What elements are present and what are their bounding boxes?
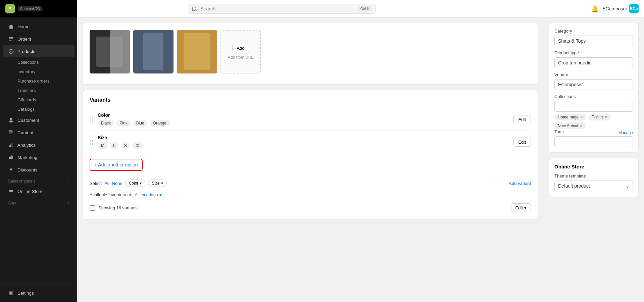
collections-label: Collections	[554, 94, 633, 99]
sidebar-item-marketing[interactable]: Marketing	[3, 151, 75, 163]
size-edit-button[interactable]: Edit	[513, 138, 531, 147]
theme-template-label: Theme template	[554, 173, 633, 179]
sidebar-item-gift-cards[interactable]: Gift cards	[17, 95, 75, 104]
showing-variants-text: Showing 16 variants	[98, 205, 508, 210]
analytics-icon	[8, 142, 14, 148]
category-label: Category	[554, 29, 633, 34]
size-drag-handle-icon[interactable]: ⣿	[90, 139, 94, 145]
svg-rect-15	[96, 37, 123, 67]
sidebar-item-orders-label: Orders	[17, 37, 31, 42]
remove-newarrival-tag-button[interactable]: ×	[580, 123, 583, 128]
tag-orange: Orange	[150, 120, 170, 127]
sidebar-item-content[interactable]: Content	[3, 127, 75, 139]
svg-rect-6	[9, 133, 13, 133]
user-menu-button[interactable]: EComposer ECo	[602, 4, 639, 13]
svg-rect-17	[143, 33, 163, 70]
add-from-url-label: Add from URL	[228, 55, 253, 60]
online-store-icon	[8, 188, 14, 194]
tags-label: Tags	[554, 129, 563, 134]
tags-header: Tags Manage	[554, 129, 633, 136]
product-image-1[interactable]	[90, 30, 130, 73]
theme-template-select[interactable]: Default product Alternative product Feat…	[554, 181, 633, 191]
svg-rect-10	[12, 143, 12, 147]
right-panel: Category Product type Vendor Collections…	[543, 17, 644, 302]
sidebar-item-home[interactable]: Home	[3, 20, 75, 33]
svg-rect-19	[184, 33, 210, 70]
remove-tshirt-tag-button[interactable]: ×	[605, 115, 607, 119]
showing-bar: Showing 16 variants Edit ▾	[90, 199, 531, 212]
size-variant-name: Size	[98, 135, 509, 140]
color-variant-tags: Black Pink Blue Orange	[98, 120, 509, 127]
add-option-label: + Add another option	[94, 162, 138, 167]
color-drag-handle-icon[interactable]: ⣿	[90, 116, 94, 123]
svg-point-12	[12, 193, 12, 194]
add-image-box[interactable]: Add Add from URL	[220, 30, 261, 73]
sidebar-item-customers[interactable]: Customers	[3, 114, 75, 126]
product-type-input[interactable]	[554, 57, 633, 68]
size-filter-dropdown[interactable]: Size ▾	[148, 180, 166, 187]
sales-channels-chevron-icon: ›	[68, 180, 69, 183]
add-image-button[interactable]: Add	[232, 44, 249, 52]
product-image-3[interactable]	[177, 30, 217, 73]
variants-title: Variants	[90, 97, 531, 103]
notifications-button[interactable]: 🔔	[591, 5, 598, 12]
sidebar-item-products[interactable]: Products	[3, 45, 75, 57]
tag-l: L	[110, 142, 119, 149]
select-none-link[interactable]: None	[112, 181, 122, 186]
all-locations-link[interactable]: All locations ▾	[135, 192, 161, 197]
orders-icon	[8, 36, 14, 42]
tags-input[interactable]	[554, 136, 633, 147]
size-variant-info: Size M L S XL	[98, 135, 509, 149]
color-edit-button[interactable]: Edit	[513, 115, 531, 124]
sidebar-footer: Settings	[0, 284, 77, 302]
search-input[interactable]	[200, 6, 356, 11]
products-icon	[8, 48, 14, 54]
color-filter-chevron-icon: ▾	[140, 181, 142, 186]
size-variant-row: ⣿ Size M L S XL Edit	[90, 131, 531, 153]
product-image-2[interactable]	[133, 30, 174, 73]
customers-icon	[8, 117, 14, 123]
sidebar-item-online-store[interactable]: Online Store	[3, 185, 75, 197]
vendor-input[interactable]	[554, 79, 633, 90]
images-row: Add Add from URL	[90, 30, 531, 73]
sidebar-item-catalogs[interactable]: Catalogs	[17, 105, 75, 114]
add-variant-button[interactable]: Add variant	[509, 181, 531, 186]
manage-tags-link[interactable]: Manage	[618, 131, 633, 135]
add-another-option-button[interactable]: + Add another option	[90, 159, 143, 171]
category-input[interactable]	[554, 36, 633, 46]
tag-s: S	[121, 142, 130, 149]
collection-tag-newarrival: New Arrival ×	[554, 122, 586, 129]
select-bar: Select All None Color ▾ Size ▾ Add varia…	[90, 176, 531, 190]
select-all-link[interactable]: All	[104, 181, 109, 186]
sidebar-item-purchase-orders[interactable]: Purchase orders	[17, 77, 75, 86]
product-type-label: Product type	[554, 50, 633, 55]
tag-blue: Blue	[133, 120, 148, 127]
bulk-edit-dropdown-button[interactable]: Edit ▾	[511, 203, 531, 212]
sidebar-item-orders[interactable]: Orders	[3, 33, 75, 45]
sidebar-item-content-label: Content	[17, 130, 33, 135]
sidebar-item-collections[interactable]: Collections	[17, 58, 75, 67]
svg-rect-2	[9, 40, 11, 40]
sidebar-item-discounts[interactable]: Discounts	[3, 164, 75, 176]
svg-rect-9	[10, 144, 11, 147]
user-avatar: ECo	[629, 4, 639, 13]
collections-input[interactable]	[554, 101, 633, 112]
remove-homepage-tag-button[interactable]: ×	[580, 115, 583, 119]
svg-point-11	[10, 193, 11, 194]
sidebar: S Summer '23 Home Orders Products Co	[0, 0, 77, 302]
sidebar-item-transfers[interactable]: Transfers	[17, 86, 75, 95]
sidebar-item-settings[interactable]: Settings	[3, 287, 75, 299]
sidebar-item-customers-label: Customers	[17, 118, 39, 123]
inventory-bar: Available inventory at: All locations ▾	[90, 190, 531, 199]
sidebar-item-analytics[interactable]: Analytics	[3, 139, 75, 151]
sidebar-header: S Summer '23	[0, 0, 77, 17]
svg-rect-5	[9, 132, 13, 132]
select-label: Select	[90, 181, 102, 186]
search-bar-container[interactable]: Ctrl K	[188, 4, 376, 14]
product-images-card: Add Add from URL	[83, 23, 538, 85]
sidebar-item-inventory[interactable]: Inventory	[17, 67, 75, 76]
select-all-variants-checkbox[interactable]	[90, 205, 95, 211]
content-icon	[8, 130, 14, 136]
color-filter-dropdown[interactable]: Color ▾	[125, 180, 146, 187]
svg-rect-8	[9, 146, 10, 147]
